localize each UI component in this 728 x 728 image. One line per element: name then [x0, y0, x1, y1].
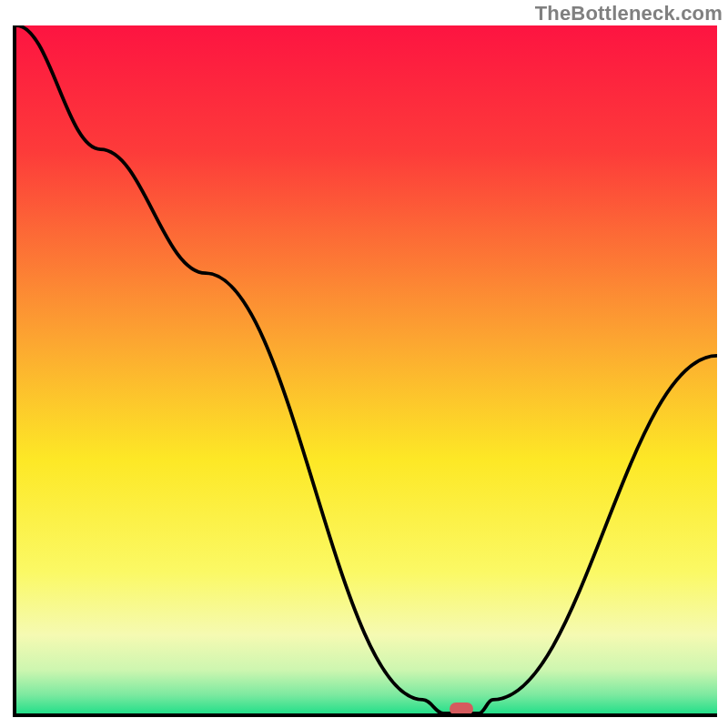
chart-plot-area — [13, 25, 717, 717]
attribution-text: TheBottleneck.com — [535, 2, 723, 25]
bottleneck-curve — [16, 25, 717, 713]
curve-path — [16, 25, 717, 713]
optimal-point-marker — [450, 703, 473, 715]
